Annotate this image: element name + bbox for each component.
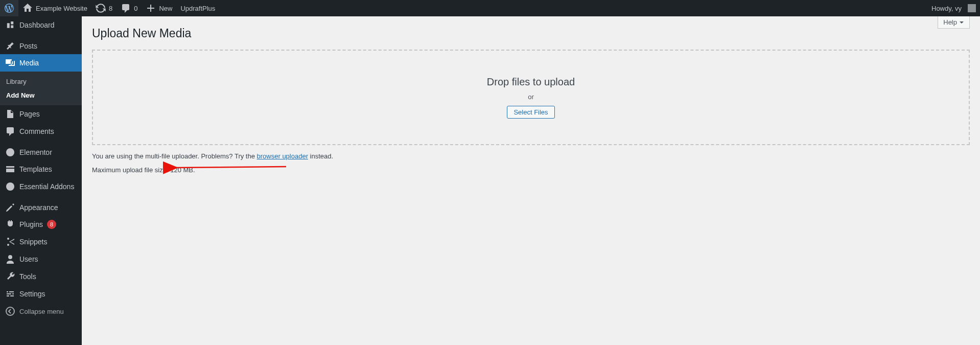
page-icon [5,109,15,119]
new-label: New [159,5,172,12]
sidebar-item-posts[interactable]: Posts [0,37,82,54]
collapse-icon [5,306,15,316]
svg-point-0 [6,148,14,156]
chevron-down-icon [959,20,964,25]
sidebar-item-comments[interactable]: Comments [0,123,82,140]
admin-toolbar: Example Website 8 0 New UpdraftPlus Howd… [0,0,980,16]
collapse-label: Collapse menu [19,308,64,315]
sidebar-submenu-media: Library Add New [0,72,82,105]
help-label: Help [943,18,957,26]
collapse-menu-button[interactable]: Collapse menu [0,303,82,320]
sidebar-label: Posts [19,42,37,50]
sidebar-label: Templates [19,165,52,173]
sidebar-item-snippets[interactable]: Snippets [0,233,82,250]
sidebar-item-appearance[interactable]: Appearance [0,198,82,216]
wp-logo-menu[interactable] [0,0,18,16]
dashboard-icon [5,20,15,30]
site-name-label: Example Website [36,5,87,12]
wordpress-logo-icon [4,3,14,13]
sidebar-label: Users [19,255,38,263]
sidebar-label: Essential Addons [19,182,74,191]
avatar-icon [968,4,976,12]
max-upload-size-text: Maximum upload file size: 120 MB. [92,166,970,174]
sidebar-subitem-library[interactable]: Library [0,75,82,88]
plus-icon [146,3,156,13]
home-icon [22,3,33,13]
comments-menu[interactable]: 0 [116,0,142,16]
sidebar-item-tools[interactable]: Tools [0,268,82,285]
sidebar-item-templates[interactable]: Templates [0,160,82,178]
plug-icon [5,219,15,229]
sidebar-item-dashboard[interactable]: Dashboard [0,16,82,34]
plugins-badge: 8 [47,220,56,229]
uploader-info-text: You are using the multi-file uploader. P… [92,152,970,160]
sidebar-item-users[interactable]: Users [0,250,82,268]
updraft-label: UpdraftPlus [180,5,215,12]
drop-instruction: Drop files to upload [103,76,959,88]
sidebar-item-pages[interactable]: Pages [0,105,82,123]
help-tab[interactable]: Help [938,16,970,29]
sidebar-label: Pages [19,110,40,118]
site-name-menu[interactable]: Example Website [18,0,91,16]
svg-point-1 [6,182,14,191]
select-files-button[interactable]: Select Files [507,106,554,119]
my-account-menu[interactable]: Howdy, vy [927,0,980,16]
updates-count: 8 [109,5,112,12]
sidebar-label: Appearance [19,203,58,212]
sidebar-item-essential-addons[interactable]: Essential Addons [0,178,82,195]
templates-icon [5,164,15,174]
brush-icon [5,202,15,213]
addons-icon [5,181,15,192]
sidebar-label: Tools [19,272,36,281]
drop-or-label: or [103,93,959,101]
howdy-label: Howdy, vy [931,5,962,12]
elementor-icon [5,147,15,157]
page-title: Upload New Media [92,27,970,40]
svg-point-2 [6,307,14,315]
media-icon [5,58,15,68]
sidebar-label: Snippets [19,238,47,246]
upload-dropzone[interactable]: Drop files to upload or Select Files [92,50,970,145]
updates-menu[interactable]: 8 [91,0,116,16]
updraftplus-menu[interactable]: UpdraftPlus [176,0,219,16]
sliders-icon [5,289,15,299]
scissors-icon [5,237,15,247]
update-icon [96,3,106,13]
admin-sidebar: Dashboard Posts Media Library Add New Pa… [0,16,82,345]
main-content: Help Upload New Media Drop files to uplo… [82,16,980,345]
pin-icon [5,41,15,51]
sidebar-subitem-add-new[interactable]: Add New [0,88,82,102]
comments-count: 0 [134,5,137,12]
sidebar-label: Settings [19,290,45,298]
sidebar-label: Dashboard [19,21,55,29]
sidebar-label: Plugins [19,220,43,228]
sidebar-label: Elementor [19,148,52,156]
browser-uploader-link[interactable]: browser uploader [257,152,308,160]
sidebar-label: Comments [19,127,54,135]
sidebar-item-media[interactable]: Media [0,54,82,72]
comment-icon [121,3,131,13]
comments-icon [5,126,15,136]
sidebar-item-elementor[interactable]: Elementor [0,143,82,160]
sidebar-item-settings[interactable]: Settings [0,285,82,303]
sidebar-item-plugins[interactable]: Plugins 8 [0,216,82,233]
new-content-menu[interactable]: New [142,0,176,16]
user-icon [5,254,15,264]
wrench-icon [5,271,15,282]
sidebar-label: Media [19,59,39,67]
